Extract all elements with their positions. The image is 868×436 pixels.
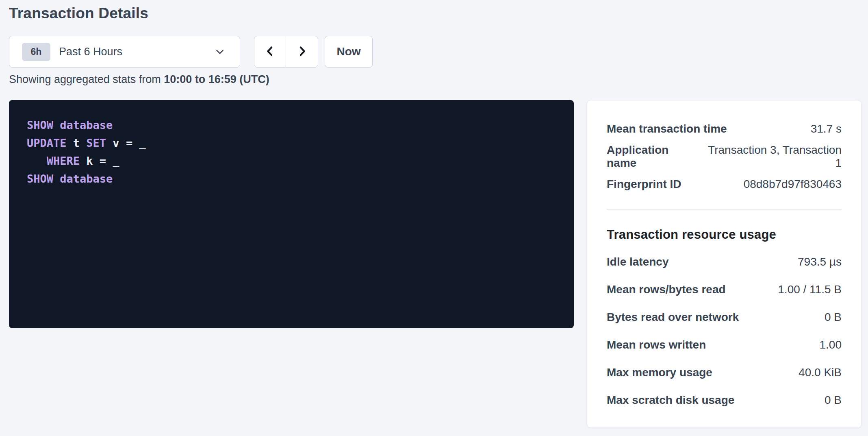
chevron-left-icon [264,44,276,59]
sql-token: k = _ [80,155,119,167]
transaction-details-card: Mean transaction time31.7 sApplication n… [587,100,861,428]
summary-row: Max memory usage40.0 KiB [607,359,842,386]
summary-row-value: 793.5 µs [798,255,842,268]
aggregated-stats-prefix: Showing aggregated stats from [9,73,164,85]
chevron-right-icon [296,44,308,59]
summary-row-value: 1.00 [820,338,842,351]
page-title: Transaction Details [9,5,148,22]
summary-row: Max scratch disk usage0 B [607,386,842,414]
overview-rows: Mean transaction time31.7 sApplication n… [607,115,842,198]
sql-line: WHERE k = _ [27,152,556,170]
resource-rows: Idle latency793.5 µsMean rows/bytes read… [607,248,842,414]
summary-row-label: Mean transaction time [607,122,727,135]
sql-keyword: SHOW database [27,172,113,185]
aggregated-stats-caption: Showing aggregated stats from 10:00 to 1… [9,73,269,85]
summary-row-label: Mean rows/bytes read [607,283,726,296]
summary-row-value: 0 B [825,311,842,324]
summary-row-label: Bytes read over network [607,311,739,324]
summary-row-label: Idle latency [607,255,669,268]
sql-keyword: UPDATE [27,137,67,149]
summary-row-label: Mean rows written [607,338,706,351]
summary-row-value: 40.0 KiB [799,366,842,379]
time-range-arrow-group [254,36,318,68]
summary-row-value: Transaction 3, Transaction 1 [700,144,842,170]
summary-row: Mean rows written1.00 [607,331,842,359]
sql-token [27,155,47,167]
summary-row: Mean rows/bytes read1.00 / 11.5 B [607,276,842,303]
chevron-down-icon [214,46,226,58]
sql-line: SHOW database [27,116,556,134]
summary-row-label: Fingerprint ID [607,178,681,191]
time-range-badge: 6h [22,43,50,61]
summary-row-value: 1.00 / 11.5 B [778,283,842,296]
sql-line: SHOW database [27,170,556,188]
next-time-interval-button[interactable] [286,36,318,67]
time-range-dropdown[interactable]: 6h Past 6 Hours [9,36,240,68]
summary-row: Bytes read over network0 B [607,303,842,331]
sql-token: v = _ [106,137,146,149]
summary-row-value: 0 B [825,394,842,407]
summary-row-label: Max scratch disk usage [607,394,734,407]
card-divider [607,209,842,210]
sql-keyword: SET [86,137,106,149]
summary-row-label: Max memory usage [607,366,712,379]
previous-time-interval-button[interactable] [254,36,286,67]
transaction-details-page: Transaction Details 6h Past 6 Hours Now … [0,0,868,436]
sql-keyword: SHOW database [27,119,113,131]
summary-row: Fingerprint ID08d8b7d97f830463 [607,170,842,198]
summary-row-value: 31.7 s [811,122,842,135]
resource-usage-heading: Transaction resource usage [607,227,842,242]
sql-line: UPDATE t SET v = _ [27,134,556,152]
now-button[interactable]: Now [325,36,373,68]
summary-row-value: 08d8b7d97f830463 [744,178,842,191]
summary-row: Idle latency793.5 µs [607,248,842,276]
sql-token: t [67,137,87,149]
summary-row-label: Application name [607,144,700,170]
sql-fingerprint-box: SHOW databaseUPDATE t SET v = _ WHERE k … [9,100,574,328]
sql-keyword: WHERE [47,155,80,167]
summary-row: Application nameTransaction 3, Transacti… [607,143,842,170]
summary-row: Mean transaction time31.7 s [607,115,842,143]
time-range-label: Past 6 Hours [59,46,122,58]
aggregated-stats-range: 10:00 to 16:59 (UTC) [164,73,269,85]
